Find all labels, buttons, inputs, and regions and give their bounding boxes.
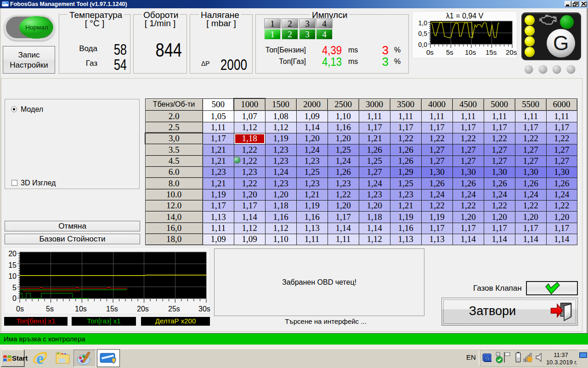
svg-text:e: e bbox=[36, 350, 44, 366]
svg-text:G: G bbox=[553, 32, 569, 54]
